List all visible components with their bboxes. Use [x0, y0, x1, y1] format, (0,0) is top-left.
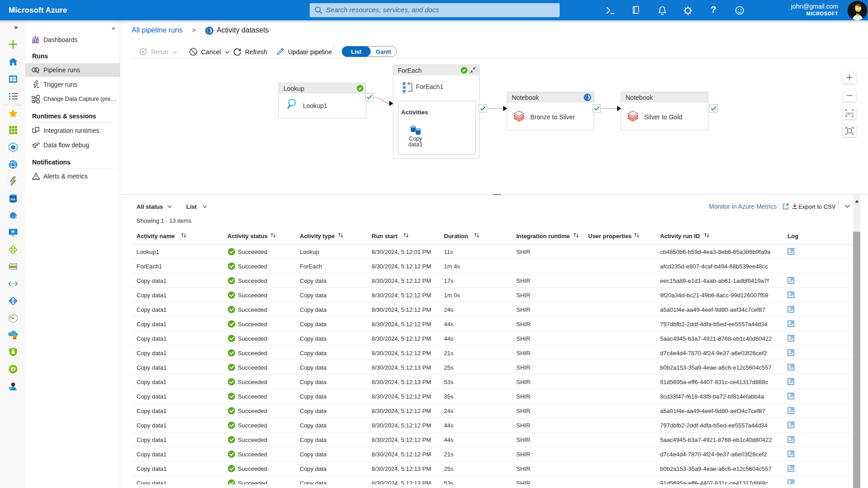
svg-text:?: ?	[711, 4, 717, 14]
svg-text:SQL: SQL	[10, 198, 16, 201]
svg-text:$: $	[12, 367, 14, 371]
svg-text:100%: 100%	[845, 112, 854, 115]
